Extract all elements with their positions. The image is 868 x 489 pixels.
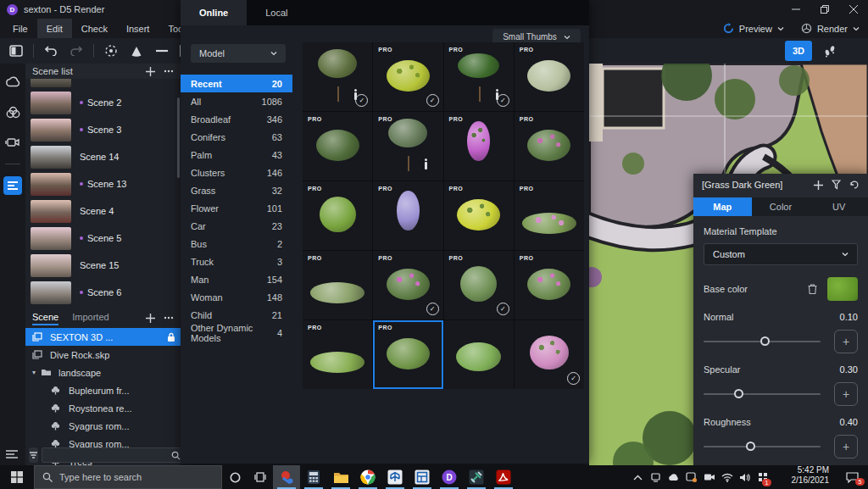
caret-down-icon[interactable]: ▾ bbox=[32, 369, 41, 376]
material-tab-uv[interactable]: UV bbox=[810, 197, 868, 216]
asset-thumbnail[interactable]: PRO bbox=[444, 181, 514, 250]
assign-material-icon[interactable] bbox=[832, 180, 841, 190]
redo-icon[interactable] bbox=[65, 41, 87, 61]
category-car[interactable]: Car23 bbox=[181, 217, 292, 235]
walk-mode-button[interactable] bbox=[817, 41, 843, 61]
taskbar-app-chrome[interactable] bbox=[354, 465, 381, 489]
device-icon[interactable] bbox=[647, 465, 665, 489]
asset-thumbnail[interactable]: PRO✓ bbox=[444, 251, 514, 320]
material-tab-color[interactable]: Color bbox=[752, 197, 810, 216]
scene-list-icon[interactable] bbox=[3, 176, 22, 195]
scene-row[interactable]: Scene 13 bbox=[25, 170, 181, 197]
asset-thumbnail[interactable]: PRO bbox=[515, 251, 584, 320]
materials-icon[interactable] bbox=[3, 103, 22, 121]
app-orange-dot-icon[interactable] bbox=[682, 465, 700, 489]
taskbar-app-file-explorer[interactable] bbox=[327, 465, 354, 489]
taskbar-app-acrobat[interactable] bbox=[490, 465, 517, 489]
undo-icon[interactable] bbox=[40, 41, 62, 61]
asset-thumbnail[interactable]: ✓ bbox=[515, 320, 584, 389]
volume-icon[interactable] bbox=[736, 465, 754, 489]
tab-scene[interactable]: Scene bbox=[32, 310, 58, 325]
material-tab-map[interactable]: Map bbox=[693, 197, 752, 216]
scene-row[interactable]: Scene 2 bbox=[25, 89, 181, 116]
category-flower[interactable]: Flower101 bbox=[181, 199, 292, 217]
asset-thumbnail[interactable]: PRO✓ bbox=[373, 42, 442, 111]
line-icon[interactable] bbox=[151, 41, 173, 61]
taskbar-app-active-task[interactable] bbox=[273, 465, 300, 489]
asset-thumbnail[interactable]: ✓ bbox=[303, 42, 372, 111]
restore-button[interactable] bbox=[810, 0, 839, 19]
asset-thumbnail[interactable]: PRO bbox=[515, 112, 584, 181]
asset-thumbnail[interactable]: PRO bbox=[303, 251, 372, 320]
scene-row[interactable]: Scene 14 bbox=[25, 143, 181, 170]
taskbar-app-calculator[interactable] bbox=[300, 465, 327, 489]
scene-row[interactable]: Scene 11 bbox=[25, 79, 181, 89]
material-template-dropdown[interactable]: Custom bbox=[704, 243, 858, 265]
cortana-button[interactable] bbox=[222, 465, 248, 489]
outliner-item[interactable]: SEXTON 3D ... bbox=[25, 328, 181, 346]
asset-tab-online[interactable]: Online bbox=[181, 0, 247, 25]
lock-icon[interactable] bbox=[167, 332, 175, 342]
asset-thumbnail[interactable]: PRO bbox=[373, 112, 442, 181]
asset-thumbnail[interactable]: PRO bbox=[373, 320, 442, 389]
scene-row[interactable]: Scene 3 bbox=[25, 116, 181, 143]
asset-thumbnail[interactable]: PRO✓ bbox=[373, 251, 442, 320]
outliner-add-button[interactable] bbox=[146, 314, 155, 323]
view-mode-3d-button[interactable]: 3D bbox=[785, 41, 812, 61]
slider-add-map-button[interactable]: + bbox=[834, 330, 858, 353]
asset-thumbnail[interactable]: PRO bbox=[373, 181, 442, 250]
category-woman[interactable]: Woman148 bbox=[181, 288, 292, 306]
slider-thumb[interactable] bbox=[760, 336, 770, 346]
category-clusters[interactable]: Clusters146 bbox=[181, 164, 292, 181]
plus-icon[interactable] bbox=[814, 181, 823, 190]
menu-insert[interactable]: Insert bbox=[117, 19, 159, 38]
filter-button[interactable] bbox=[29, 447, 38, 463]
category-bus[interactable]: Bus2 bbox=[181, 235, 292, 253]
cloud-icon[interactable] bbox=[665, 465, 682, 489]
base-color-swatch[interactable] bbox=[827, 277, 858, 301]
menu-check[interactable]: Check bbox=[72, 19, 117, 38]
category-conifers[interactable]: Conifers63 bbox=[181, 128, 292, 146]
camera-icon[interactable] bbox=[3, 133, 22, 152]
preview-button[interactable]: Preview bbox=[723, 23, 784, 34]
menu-file[interactable]: File bbox=[3, 19, 37, 38]
scene-list-more-button[interactable] bbox=[164, 69, 174, 73]
slider-track[interactable] bbox=[704, 341, 821, 342]
slider-thumb[interactable] bbox=[734, 389, 743, 398]
camera-icon[interactable] bbox=[700, 465, 718, 489]
asset-thumbnail[interactable]: PRO bbox=[303, 112, 372, 181]
taskbar-app-sketchup[interactable] bbox=[381, 465, 409, 489]
category-all[interactable]: All1086 bbox=[181, 92, 292, 110]
menu-tool[interactable]: Tool bbox=[159, 19, 181, 38]
asset-type-dropdown[interactable]: Model bbox=[191, 44, 286, 63]
slider-add-map-button[interactable]: + bbox=[834, 382, 858, 406]
slider-track[interactable] bbox=[704, 446, 821, 447]
add-scene-button[interactable] bbox=[146, 67, 155, 76]
cone-icon[interactable] bbox=[125, 41, 147, 61]
taskbar-search-input[interactable]: Type here to search bbox=[34, 465, 222, 489]
menu-edit[interactable]: Edit bbox=[37, 19, 72, 38]
action-center-button[interactable]: 5 bbox=[836, 465, 868, 489]
scene-row[interactable]: Scene 15 bbox=[25, 252, 181, 279]
scene-row[interactable]: Scene 4 bbox=[25, 197, 181, 225]
slider-thumb[interactable] bbox=[746, 442, 755, 451]
category-broadleaf[interactable]: Broadleaf346 bbox=[181, 110, 292, 128]
outliner-search-field[interactable] bbox=[47, 449, 171, 461]
asset-thumbnail[interactable]: PRO bbox=[444, 112, 514, 181]
asset-thumbnail[interactable]: PRO bbox=[303, 320, 372, 389]
chevron-up-icon[interactable] bbox=[629, 465, 647, 489]
asset-thumbnail[interactable]: PRO bbox=[515, 42, 584, 111]
task-view-button[interactable] bbox=[248, 465, 273, 489]
outliner-item[interactable]: Roystonea re... bbox=[25, 399, 181, 417]
asset-tab-local[interactable]: Local bbox=[247, 0, 306, 25]
taskbar-app-utility[interactable] bbox=[463, 465, 490, 489]
category-palm[interactable]: Palm43 bbox=[181, 146, 292, 164]
category-truck[interactable]: Truck3 bbox=[181, 253, 292, 270]
close-button[interactable] bbox=[839, 0, 868, 19]
asset-thumbnail[interactable] bbox=[444, 320, 514, 389]
scene-row[interactable]: Scene 6 bbox=[25, 279, 181, 306]
asset-thumbnail[interactable]: PRO bbox=[303, 181, 372, 250]
outliner-item[interactable]: Dive Rock.skp bbox=[25, 346, 181, 364]
category-recent[interactable]: Recent20 bbox=[181, 75, 292, 92]
cloud-icon[interactable] bbox=[3, 72, 22, 91]
